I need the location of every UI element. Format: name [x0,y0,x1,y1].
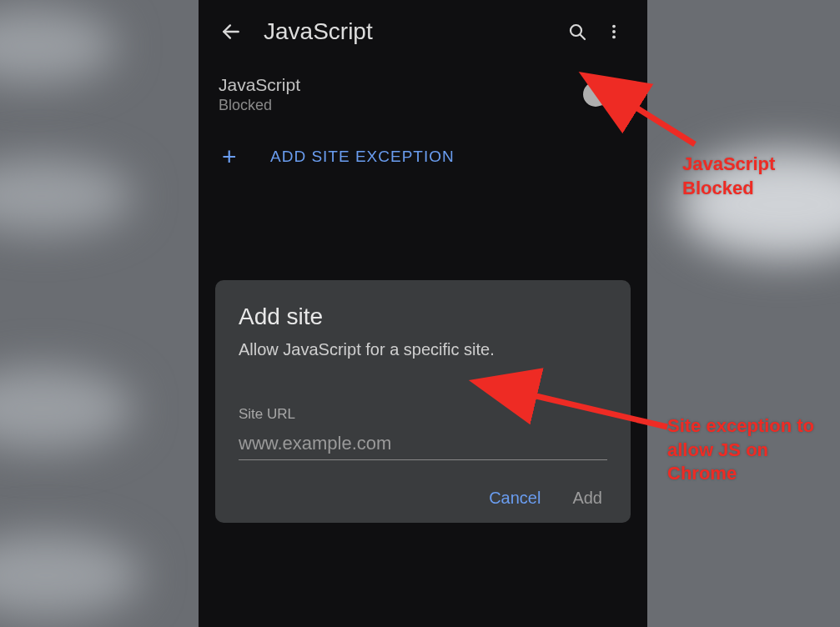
javascript-setting-row[interactable]: JavaScript Blocked [199,63,647,123]
annotation-label: JavaScript Blocked [682,153,775,200]
svg-line-6 [628,103,695,144]
search-button[interactable] [559,13,596,50]
annotation-arrow-icon [616,90,716,157]
add-button[interactable]: Add [572,489,602,508]
svg-point-3 [612,25,616,28]
more-menu-button[interactable] [596,13,632,50]
toggle-knob [583,82,608,107]
svg-line-7 [526,394,667,427]
setting-status: Blocked [219,97,586,114]
background-blob [0,367,133,450]
svg-point-4 [612,30,616,33]
dialog-title: Add site [239,303,607,330]
annotation-label: Site exception to allow JS on Chrome [667,414,814,486]
toolbar: JavaScript [199,0,647,63]
background-blob [0,158,133,233]
svg-line-2 [580,34,585,39]
svg-point-5 [612,35,616,38]
setting-text: JavaScript Blocked [219,75,586,114]
dialog-actions: Cancel Add [239,489,607,508]
setting-title: JavaScript [219,75,586,95]
cancel-button[interactable]: Cancel [489,489,541,508]
background-blob [0,8,117,83]
phone-frame: JavaScript JavaScript Blocked + ADD SITE… [199,0,647,627]
add-site-exception-button[interactable]: + ADD SITE EXCEPTION [199,123,647,191]
dialog-description: Allow JavaScript for a specific site. [239,340,607,359]
background-blob [0,534,142,617]
annotation-arrow-icon [513,377,680,444]
plus-icon: + [219,144,259,169]
back-button[interactable] [214,14,249,49]
page-title: JavaScript [264,18,559,45]
add-exception-label: ADD SITE EXCEPTION [270,148,455,166]
